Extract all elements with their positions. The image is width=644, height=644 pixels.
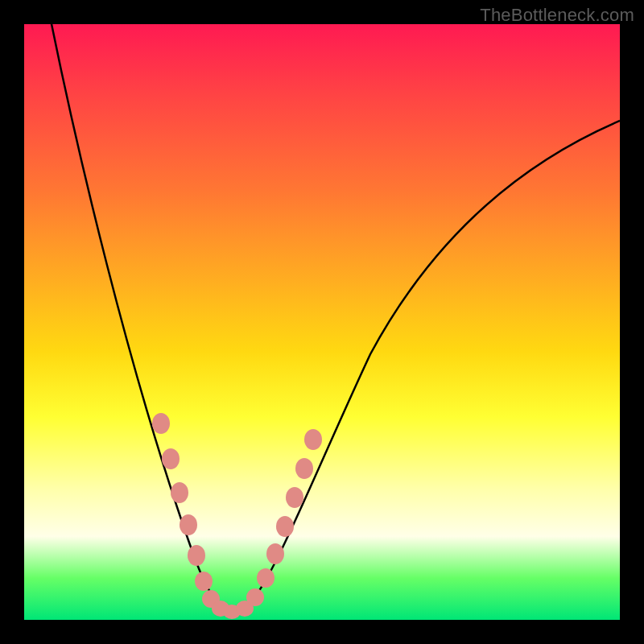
svg-point-13 [276, 516, 294, 537]
svg-point-1 [162, 448, 180, 469]
watermark-text: TheBottleneck.com [480, 5, 634, 26]
svg-point-15 [295, 458, 313, 479]
svg-point-12 [266, 543, 284, 564]
svg-point-10 [246, 588, 264, 606]
plot-area [24, 24, 620, 620]
bottleneck-curve [48, 24, 620, 613]
svg-point-4 [188, 545, 205, 566]
svg-point-3 [180, 514, 197, 535]
svg-point-16 [304, 429, 322, 450]
right-dot-cluster [236, 429, 322, 617]
left-dot-cluster [152, 413, 241, 619]
chart-frame: TheBottleneck.com [0, 0, 644, 644]
bottleneck-curve-svg [24, 24, 620, 620]
svg-point-2 [171, 482, 188, 503]
svg-point-0 [152, 413, 170, 434]
svg-point-5 [195, 572, 213, 591]
svg-point-11 [257, 568, 275, 588]
svg-point-14 [286, 487, 303, 508]
